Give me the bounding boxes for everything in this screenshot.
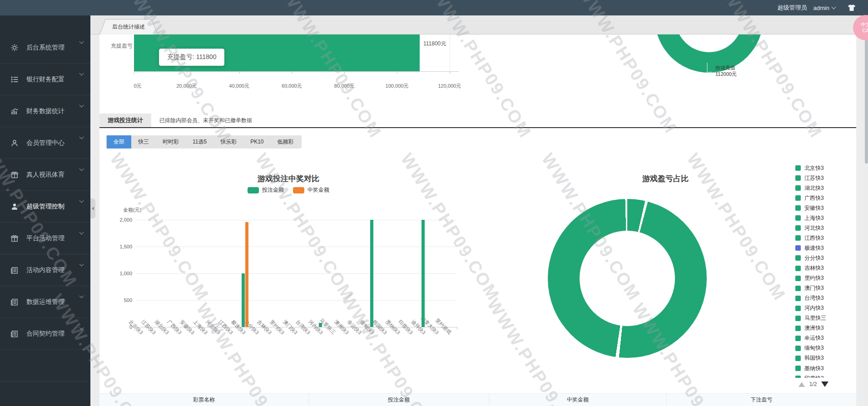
chevron-down-icon	[79, 198, 84, 203]
gridline	[136, 273, 457, 274]
legend-swatch	[248, 187, 259, 193]
legend-swatch	[795, 235, 801, 241]
scrollbar-thumb[interactable]	[865, 36, 868, 163]
chevron-down-icon	[79, 71, 84, 76]
sidebar-item-label: 超级管理控制	[26, 203, 64, 211]
legend-label: 广西快3	[804, 194, 824, 202]
legend-label: 极速快3	[804, 244, 824, 252]
sidebar-item[interactable]: 财务数据统计	[0, 95, 90, 127]
tab-game-bet-stats[interactable]: 游戏投注统计	[99, 114, 151, 127]
recharge-bar-value: 111800元	[423, 40, 446, 48]
legend-page-down-icon[interactable]	[821, 381, 828, 387]
sidebar-item[interactable]: 活动内容管理	[0, 254, 90, 286]
filter-button[interactable]: PK10	[243, 135, 270, 149]
legend-swatch	[795, 306, 801, 311]
donut-legend-item[interactable]: 韩国快3	[795, 355, 824, 362]
scrollbar[interactable]	[865, 15, 868, 406]
sidebar-item[interactable]: 超级管理控制	[0, 191, 90, 223]
legend-swatch	[293, 187, 304, 193]
chevron-down-icon	[832, 5, 836, 10]
legend-swatch	[795, 205, 801, 211]
auto-recharge-label-line1: 自动充值	[715, 64, 737, 71]
legend-page-up-icon[interactable]	[799, 382, 805, 387]
sidebar-item[interactable]: 后台系统管理	[0, 32, 90, 64]
donut-legend-item[interactable]: 台湾快3	[795, 295, 824, 302]
donut-legend-item[interactable]: 北京快3	[795, 164, 824, 172]
sidebar-item[interactable]: 数据运维管理	[0, 286, 90, 318]
chevron-down-icon	[79, 135, 84, 139]
legend-label: 幸运快3	[804, 334, 824, 342]
sidebar-item[interactable]: 平台活动管理	[0, 223, 90, 254]
legend-label: 澳洲快3	[804, 324, 824, 332]
donut-legend-item[interactable]: 分分快3	[795, 254, 824, 262]
legend-swatch	[795, 316, 801, 321]
donut-legend-item[interactable]: 极速快3	[795, 244, 824, 252]
sidebar-spacer	[0, 15, 90, 32]
donut-legend-item[interactable]: 江西快3	[795, 234, 824, 242]
sidebar-collapse-handle[interactable]	[90, 198, 95, 218]
legend-item[interactable]: 投注金额	[248, 186, 284, 194]
admin-dashboard: 超级管理员 admin 后台系统管理银行财务配置财务数据统计会员管理中心真人视讯…	[0, 0, 868, 406]
donut-legend-item[interactable]: 缅甸快3	[795, 345, 824, 352]
gear-icon	[10, 43, 19, 52]
legend-swatch	[795, 286, 801, 291]
chart-tooltip: 充提盈亏: 111800	[159, 49, 224, 66]
theme-shirt-icon[interactable]	[847, 4, 856, 11]
donut-legend-item[interactable]: 澳洲快3	[795, 325, 824, 332]
x-tick-label: 60,000元	[282, 83, 302, 89]
sidebar: 后台系统管理银行财务配置财务数据统计会员管理中心真人视讯体育超级管理控制平台活动…	[0, 15, 90, 406]
donut-legend-item[interactable]: 湖北快3	[795, 184, 824, 192]
sidebar-item[interactable]: 合同契约管理	[0, 318, 90, 350]
chevron-down-icon	[79, 167, 84, 171]
filter-button[interactable]: 快乐彩	[213, 135, 243, 149]
donut-legend-item[interactable]: 里约快3	[795, 275, 824, 282]
tab-strip: 后台统计描述	[90, 15, 865, 35]
donut-legend-item[interactable]: 江苏快3	[795, 174, 824, 182]
donut-legend-item[interactable]: 上海快3	[795, 214, 824, 222]
sidebar-item-label: 会员管理中心	[26, 139, 64, 147]
legend-swatch	[795, 245, 801, 251]
filter-button[interactable]: 低频彩	[271, 135, 301, 149]
donut-legend-item[interactable]: 吉林快3	[795, 265, 824, 272]
donut-legend-item[interactable]: 河内快3	[795, 305, 824, 312]
auto-recharge-label: 自动充值 112000元	[715, 64, 737, 77]
legend-item[interactable]: 中奖金额	[293, 186, 329, 194]
sidebar-item-label: 活动内容管理	[26, 266, 64, 274]
legend-swatch	[795, 165, 801, 171]
donut-chart-title: 游戏盈亏占比	[642, 173, 689, 184]
legend-label: 河北快3	[804, 224, 824, 232]
donut-legend-item[interactable]: 墨纳快3	[795, 365, 824, 372]
chevron-down-icon	[79, 326, 84, 330]
legend-label: 投注金额	[262, 186, 284, 194]
donut-legend-item[interactable]: 广西快3	[795, 194, 824, 202]
sidebar-item[interactable]: 真人视讯体育	[0, 159, 90, 191]
donut-legend-item[interactable]: 幸运快3	[795, 335, 824, 342]
donut-legend-item[interactable]: 安徽快3	[795, 204, 824, 212]
filter-button[interactable]: 全部	[107, 135, 131, 149]
y-tick-label: 1,000	[105, 271, 132, 276]
filter-button[interactable]: 时时彩	[156, 135, 186, 149]
donut-legend-item[interactable]: 河北快3	[795, 224, 824, 232]
y-tick-label: 0	[105, 324, 132, 330]
legend-label: 韩国快3	[804, 354, 824, 362]
chevron-down-icon	[79, 230, 84, 235]
legend-pagination: 1/2	[791, 378, 836, 391]
user-menu[interactable]: admin	[813, 5, 835, 11]
sidebar-item[interactable]: 银行财务配置	[0, 64, 90, 95]
donut-legend-item[interactable]: 马里快三	[795, 315, 826, 322]
x-tick-label: 100,000元	[386, 83, 409, 89]
news-icon	[10, 297, 19, 307]
legend-label: 湖北快3	[804, 184, 824, 192]
donut-legend-item[interactable]: 澳门快3	[795, 285, 824, 292]
sidebar-item[interactable]: 会员管理中心	[0, 127, 90, 159]
legend-label: 澳门快3	[804, 284, 824, 292]
filter-button[interactable]: 快三	[131, 135, 156, 149]
recharge-x-axis	[134, 71, 459, 72]
chevron-down-icon	[79, 262, 84, 267]
chart-icon	[10, 107, 19, 116]
user-icon	[10, 139, 19, 148]
chevron-down-icon	[79, 40, 84, 44]
tab-backend-stats[interactable]: 后台统计描述	[99, 19, 158, 35]
filter-button[interactable]: 11选5	[186, 135, 213, 149]
sidebar-tail-divider	[0, 350, 90, 381]
